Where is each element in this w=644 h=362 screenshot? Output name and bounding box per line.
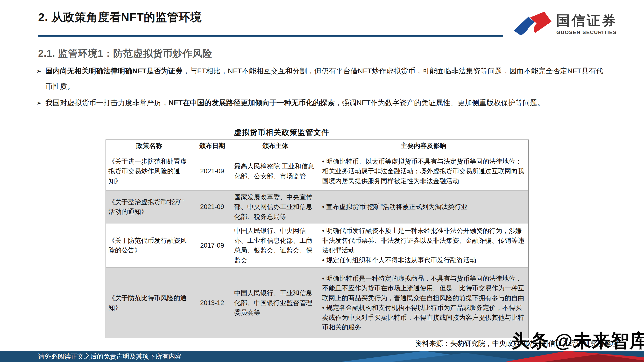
date-cell: 2021-09 <box>192 152 232 190</box>
column-header-content: 主要内容及影响 <box>319 140 528 152</box>
bullet-point-2: ➢ 我国对虚拟货币一打击力度非常严厉，NFT在中国的发展路径更加倾向于一种无币化… <box>36 95 609 110</box>
issuer-cell: 中国人民银行、工业和信息化部、中国银行业监督管理委员会等 <box>232 268 319 338</box>
table-row: 《关于整治虚拟货币“挖矿”活动的通知》 2021-09 国家发展改革委、中央宣传… <box>106 190 528 223</box>
section-subtitle: 2.1. 监管环境1：防范虚拟货币炒作风险 <box>38 47 212 60</box>
policy-name-cell: 《关于整治虚拟货币“挖矿”活动的通知》 <box>106 191 192 223</box>
column-header-date: 颁布日期 <box>192 140 232 152</box>
content-item: • 规定任何组织和个人不得非法从事代币发行融资活动 <box>322 255 525 265</box>
table-row: 《关于进一步防范和处置虚拟货币交易炒作风险的通知》 2021-09 最高人民检察… <box>106 152 528 190</box>
table-header-row: 政策名称 颁布日期 颁布主体 主要内容及影响 <box>106 140 528 152</box>
content-item: • 明确比特币是一种特定的虚拟商品，不具有与货币等同的法律地位，不能且不应作为货… <box>322 274 525 303</box>
disclaimer-text: 请务必阅读正文之后的免责声明及其项下所有内容 <box>38 351 182 362</box>
column-header-policy-name: 政策名称 <box>106 140 192 152</box>
logo-name-cn: 国信证券 <box>556 13 617 28</box>
content-item: • 宣布虚拟货币“挖矿”活动将被正式列为淘汰类行业 <box>322 202 525 212</box>
issuer-cell: 国家发展改革委、中央宣传部、中央网信办工业和信息化部、税务总局等 <box>232 191 319 223</box>
title-rule <box>38 35 503 37</box>
column-header-issuer: 颁布主体 <box>232 140 319 152</box>
content-item: • 规定各金融机构和支付机构不得以比特币为产品或服务定价，不得买卖或作为中央对手… <box>322 303 525 332</box>
guosen-logo-icon <box>512 11 552 38</box>
bullet-2-bold-text: NFT在中国的发展路径更加倾向于一种无币化的探索 <box>168 99 335 107</box>
policy-name-cell: 《关于进一步防范和处置虚拟货币交易炒作风险的通知》 <box>106 152 192 190</box>
logo-name-en: GUOSEN SECURITIES <box>556 29 617 35</box>
date-cell: 2017-09 <box>192 224 232 267</box>
policy-name-cell: 《关于防范比特币风险的通知》 <box>106 268 192 338</box>
page-title: 2. 从政策角度看NFT的监管环境 <box>38 10 202 25</box>
content-cell: • 明确代币发行融资本质上是一种未经批准非法公开融资的行为，涉嫌非法发售代币票券… <box>319 224 528 267</box>
bullet-2-text-lead: 我国对虚拟货币一打击力度非常严厉， <box>46 99 168 107</box>
policy-table: 政策名称 颁布日期 颁布主体 主要内容及影响 《关于进一步防范和处置虚拟货币交易… <box>106 139 529 338</box>
table-title: 虚拟货币相关政策监管文件 <box>234 127 329 138</box>
content-cell: • 宣布虚拟货币“挖矿”活动将被正式列为淘汰类行业 <box>319 191 528 223</box>
content-cell: • 明确比特币、以太币等虚拟货币不具有与法定货币等同的法律地位；相关业务活动属于… <box>319 152 528 190</box>
date-cell: 2013-12 <box>192 268 232 338</box>
bullet-list: ➢ 国内尚无相关明确法律明确NFT是否为证券，与FT相比，NFT不能相互交互和分… <box>36 63 609 110</box>
bullet-1-bold-text: 国内尚无相关明确法律明确NFT是否为证券 <box>46 67 182 75</box>
guosen-logo-text: 国信证券 GUOSEN SECURITIES <box>556 13 617 35</box>
policy-name-cell: 《关于防范代币发行融资风险的公告》 <box>106 224 192 267</box>
date-cell: 2021-09 <box>192 191 232 223</box>
content-item: • 明确代币发行融资本质上是一种未经批准非法公开融资的行为，涉嫌非法发售代币票券… <box>322 226 525 255</box>
bullet-point-1: ➢ 国内尚无相关明确法律明确NFT是否为证券，与FT相比，NFT不能相互交互和分… <box>36 63 609 94</box>
table-row: 《关于防范代币发行融资风险的公告》 2017-09 中国人民银行、中央网信办、工… <box>106 223 528 267</box>
guosen-logo: 国信证券 GUOSEN SECURITIES <box>512 11 617 38</box>
slide: 2. 从政策角度看NFT的监管环境 国信证券 GUOSEN SECURITIES… <box>0 0 644 362</box>
arrow-bullet-icon: ➢ <box>36 63 42 79</box>
content-cell: • 明确比特币是一种特定的虚拟商品，不具有与货币等同的法律地位，不能且不应作为货… <box>319 268 528 338</box>
arrow-bullet-icon: ➢ <box>36 95 42 111</box>
issuer-cell: 中国人民银行、中央网信办、工业和信息化部、工商总局、银监会、证监会、保监会 <box>232 224 319 267</box>
watermark: 头条 @未来智库 <box>512 329 644 354</box>
table-row: 《关于防范比特币风险的通知》 2013-12 中国人民银行、工业和信息化部、中国… <box>106 267 528 338</box>
bullet-2-text: ，强调NFT作为数字资产的凭证属性、更加侧重版权保护等问题。 <box>335 99 544 107</box>
content-item: • 明确比特币、以太币等虚拟货币不具有与法定货币等同的法律地位；相关业务活动属于… <box>322 157 525 186</box>
issuer-cell: 最高人民检察院 工业和信息化部、公安部、市场监管 <box>232 152 319 190</box>
